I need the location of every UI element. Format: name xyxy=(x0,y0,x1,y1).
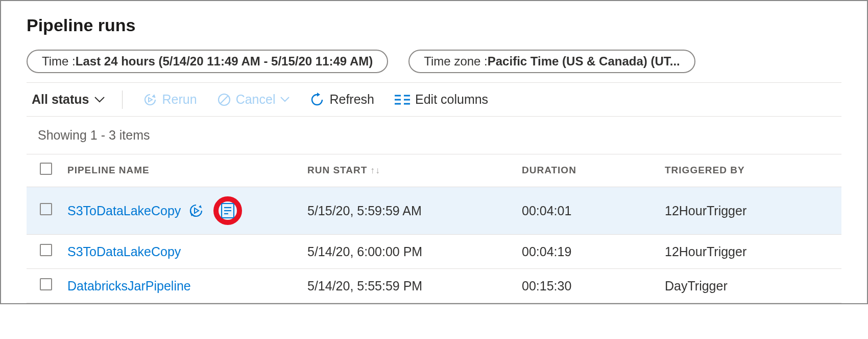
col-header-triggered-by[interactable]: Triggered by xyxy=(659,154,841,187)
filter-row: Time : Last 24 hours (5/14/20 11:49 AM -… xyxy=(27,50,841,83)
time-filter-label: Time : xyxy=(42,54,76,69)
pipeline-name-link[interactable]: S3ToDataLakeCopy xyxy=(67,204,181,218)
table-row[interactable]: DatabricksJarPipeline 5/14/20, 5:55:59 P… xyxy=(27,269,841,303)
duration-cell: 00:04:01 xyxy=(516,187,659,235)
triggered-by-cell: 12HourTrigger xyxy=(659,187,841,235)
run-start-cell: 5/15/20, 5:59:59 AM xyxy=(301,187,516,235)
triggered-by-cell: 12HourTrigger xyxy=(659,235,841,269)
table-row[interactable]: S3ToDataLakeCopy 5/14/20, 6:00:00 PM 00:… xyxy=(27,235,841,269)
timezone-filter[interactable]: Time zone : Pacific Time (US & Canada) (… xyxy=(408,50,695,73)
row-checkbox[interactable] xyxy=(40,203,52,215)
rerun-icon xyxy=(143,93,157,107)
pipeline-name-link[interactable]: DatabricksJarPipeline xyxy=(67,279,191,293)
run-start-cell: 5/14/20, 5:55:59 PM xyxy=(301,269,516,303)
consumption-row-button[interactable] xyxy=(221,203,234,218)
refresh-label: Refresh xyxy=(329,92,374,107)
status-filter-label: All status xyxy=(32,92,89,107)
status-filter-dropdown[interactable]: All status xyxy=(32,92,105,107)
triggered-by-cell: DayTrigger xyxy=(659,269,841,303)
cancel-icon xyxy=(218,93,231,106)
sort-icon: ↑↓ xyxy=(370,165,380,175)
cancel-button[interactable]: Cancel xyxy=(214,90,293,109)
toolbar: All status Rerun Cancel Refresh xyxy=(27,83,841,117)
row-checkbox[interactable] xyxy=(40,244,52,256)
row-checkbox[interactable] xyxy=(40,278,52,290)
highlight-annotation xyxy=(213,196,242,225)
svg-line-1 xyxy=(221,96,228,103)
duration-cell: 00:15:30 xyxy=(516,269,659,303)
cancel-label: Cancel xyxy=(236,92,276,107)
toolbar-divider xyxy=(122,91,123,109)
col-header-run-start-label: Run start xyxy=(307,165,367,175)
runs-table: Pipeline name Run start↑↓ Duration Trigg… xyxy=(27,154,841,303)
rerun-button[interactable]: Rerun xyxy=(140,90,200,109)
duration-cell: 00:04:19 xyxy=(516,235,659,269)
rerun-label: Rerun xyxy=(162,92,197,107)
chevron-down-icon xyxy=(280,97,290,102)
table-row[interactable]: S3ToDataLakeCopy 5/15/20, 5:59:59 AM 00:… xyxy=(27,187,841,235)
pipeline-name-link[interactable]: S3ToDataLakeCopy xyxy=(67,244,181,259)
select-all-checkbox[interactable] xyxy=(40,163,52,175)
time-filter-value: Last 24 hours (5/14/20 11:49 AM - 5/15/2… xyxy=(76,54,373,69)
refresh-button[interactable]: Refresh xyxy=(307,90,377,109)
col-header-run-start[interactable]: Run start↑↓ xyxy=(301,154,516,187)
rerun-row-button[interactable] xyxy=(188,202,204,219)
timezone-filter-label: Time zone : xyxy=(424,54,488,69)
timezone-filter-value: Pacific Time (US & Canada) (UT... xyxy=(488,54,680,69)
run-start-cell: 5/14/20, 6:00:00 PM xyxy=(301,235,516,269)
edit-columns-button[interactable]: Edit columns xyxy=(392,90,491,109)
columns-icon xyxy=(395,94,410,105)
col-header-duration[interactable]: Duration xyxy=(516,154,659,187)
edit-columns-label: Edit columns xyxy=(415,92,488,107)
col-header-name[interactable]: Pipeline name xyxy=(61,154,301,187)
chevron-down-icon xyxy=(94,97,105,103)
refresh-icon xyxy=(310,93,324,107)
time-filter[interactable]: Time : Last 24 hours (5/14/20 11:49 AM -… xyxy=(27,50,388,73)
item-count: Showing 1 - 3 items xyxy=(27,117,841,154)
page-title: Pipeline runs xyxy=(27,15,841,35)
